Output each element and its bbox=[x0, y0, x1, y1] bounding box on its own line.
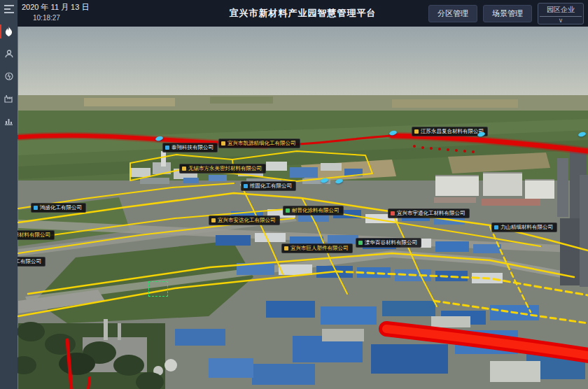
company-marker-icon bbox=[358, 241, 363, 245]
company-label[interactable]: 宜兴市凯源精细化工有限公司 bbox=[218, 139, 300, 148]
company-label-text: 宜兴市巨人塑件有限公司 bbox=[290, 246, 349, 251]
company-marker-icon bbox=[494, 225, 498, 229]
company-label-text: 力山精细材料有限公司 bbox=[500, 225, 553, 230]
scene-management-button[interactable]: 场景管理 bbox=[483, 5, 532, 22]
company-marker-icon bbox=[221, 141, 225, 146]
company-marker-icon bbox=[244, 184, 248, 188]
company-label[interactable]: 宜兴市宇通化工材料有限公司 bbox=[388, 208, 470, 218]
map-3d-view[interactable]: 泰翔科技有限公司宜兴市凯源精细化工有限公司无锡市方永美密封材料有限公司维固化工有… bbox=[0, 0, 588, 389]
company-marker-icon bbox=[391, 211, 395, 215]
company-marker-icon bbox=[414, 129, 419, 134]
header: 2020 年 11 月 13 日 10:18:27 宜兴市新材料产业园智慧管理平… bbox=[18, 0, 588, 27]
flame-icon[interactable] bbox=[0, 22, 18, 41]
chevron-down-icon: ∨ bbox=[538, 17, 583, 24]
company-label[interactable]: 宜兴市安达化工有限公司 bbox=[209, 215, 280, 225]
company-marker-icon bbox=[182, 167, 186, 171]
sidebar bbox=[0, 0, 18, 389]
company-label[interactable]: 泰翔科技有限公司 bbox=[162, 143, 218, 153]
company-label[interactable]: 鸿盛化工有限公司 bbox=[31, 203, 86, 213]
bar-chart-icon[interactable] bbox=[0, 112, 18, 130]
company-label-text: 耐普化涂料有限公司 bbox=[292, 208, 340, 213]
zone-management-button[interactable]: 分区管理 bbox=[428, 5, 477, 22]
datetime: 2020 年 11 月 13 日 10:18:27 bbox=[22, 2, 89, 23]
company-label[interactable]: 江苏永昌复合材料有限公司 bbox=[412, 127, 488, 136]
company-label-text: 江苏永昌复合材料有限公司 bbox=[421, 129, 484, 134]
company-label[interactable]: 力山精细材料有限公司 bbox=[491, 222, 557, 232]
company-label-text: 无锡市方永美密封材料有限公司 bbox=[188, 166, 262, 171]
company-label[interactable]: 耐普化涂料有限公司 bbox=[283, 206, 344, 215]
company-label-text: 宜兴市宇通化工材料有限公司 bbox=[397, 211, 465, 216]
header-actions: 分区管理 场景管理 园区企业 ∨ bbox=[428, 0, 584, 27]
dropdown-label: 园区企业 bbox=[538, 5, 583, 16]
company-label[interactable]: 无锡市方永美密封材料有限公司 bbox=[179, 164, 266, 174]
company-label-text: 宜兴市安达化工有限公司 bbox=[218, 218, 276, 223]
company-label-text: 鸿盛化工有限公司 bbox=[40, 205, 82, 211]
company-label[interactable]: 宜兴市巨人塑件有限公司 bbox=[281, 243, 353, 253]
company-marker-icon bbox=[284, 246, 288, 250]
factory-icon[interactable] bbox=[0, 90, 18, 108]
company-label-text: 溧华百谷材料有限公司 bbox=[365, 240, 417, 246]
company-marker-icon bbox=[286, 208, 290, 213]
company-label-text: 泰翔科技有限公司 bbox=[172, 145, 214, 150]
user-icon[interactable] bbox=[0, 45, 18, 63]
power-icon[interactable] bbox=[0, 67, 18, 85]
time-text: 10:18:27 bbox=[33, 13, 89, 24]
company-label-text: 宜兴市凯源精细化工有限公司 bbox=[227, 141, 296, 146]
company-label[interactable]: 维固化工有限公司 bbox=[241, 181, 296, 191]
date-text: 2020 年 11 月 13 日 bbox=[22, 2, 89, 13]
company-marker-icon bbox=[211, 218, 216, 222]
park-enterprise-dropdown[interactable]: 园区企业 ∨ bbox=[538, 3, 584, 24]
map-scene bbox=[0, 0, 588, 389]
company-marker-icon bbox=[165, 146, 169, 150]
company-marker-icon bbox=[34, 206, 38, 210]
app-window: 泰翔科技有限公司宜兴市凯源精细化工有限公司无锡市方永美密封材料有限公司维固化工有… bbox=[0, 0, 588, 389]
company-label-text: 维固化工有限公司 bbox=[250, 183, 292, 189]
menu-icon[interactable] bbox=[0, 0, 18, 18]
company-label[interactable]: 溧华百谷材料有限公司 bbox=[356, 238, 421, 248]
